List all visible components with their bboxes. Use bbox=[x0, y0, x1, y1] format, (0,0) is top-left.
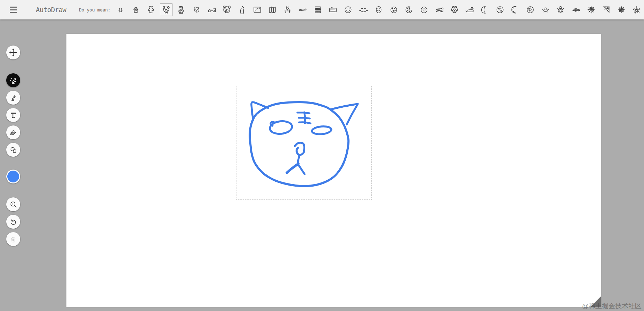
menu-icon[interactable] bbox=[10, 7, 17, 13]
teddy-bear-face-icon bbox=[161, 5, 171, 15]
suggestion-ghost[interactable] bbox=[114, 3, 127, 16]
suggestion-cell bbox=[189, 3, 204, 16]
suggestion-cell bbox=[234, 3, 250, 16]
suggestion-teddy-bear-face-selected[interactable] bbox=[160, 3, 172, 16]
delete-button[interactable] bbox=[6, 232, 20, 246]
suggestion-cell bbox=[629, 3, 644, 16]
suggestion-polar-bear[interactable] bbox=[206, 3, 218, 16]
spiderweb-icon bbox=[586, 5, 596, 15]
shape-tool[interactable] bbox=[6, 143, 20, 157]
suggestion-cell bbox=[371, 3, 386, 16]
suggestion-ruler[interactable] bbox=[297, 3, 309, 16]
suggestion-abacus[interactable] bbox=[312, 3, 324, 16]
folded-map-icon bbox=[268, 5, 277, 15]
full-moon-icon bbox=[525, 5, 535, 15]
suggestion-cookie-bitten[interactable] bbox=[403, 3, 415, 16]
undo-icon bbox=[9, 218, 18, 226]
cookie-bitten-icon bbox=[404, 5, 414, 15]
tiger-icon bbox=[434, 5, 444, 15]
suggestion-cell bbox=[523, 3, 538, 16]
suggestion-ghost-open-mouth[interactable] bbox=[129, 3, 142, 16]
top-bar: AutoDraw Do you mean: bbox=[0, 0, 644, 19]
suggestion-tiger[interactable] bbox=[433, 3, 445, 16]
suggestion-cell bbox=[113, 3, 128, 16]
zoom-icon bbox=[9, 200, 18, 209]
menu-bar bbox=[10, 9, 17, 10]
suggestion-cell bbox=[508, 3, 523, 16]
suggestion-cell bbox=[265, 3, 280, 16]
spiderweb-corner-icon bbox=[601, 5, 611, 15]
suggestion-street-map[interactable] bbox=[281, 3, 294, 16]
oval-smiley-icon bbox=[374, 5, 384, 15]
suggestion-oval-smiley[interactable] bbox=[372, 3, 385, 16]
abacus-icon bbox=[313, 5, 323, 15]
crescent-moon-icon bbox=[510, 5, 520, 15]
zoom-tool[interactable] bbox=[6, 197, 20, 211]
cat-lying-icon bbox=[465, 5, 475, 15]
suggestion-turtle-side[interactable] bbox=[570, 3, 582, 16]
suggestion-spiderweb-round[interactable] bbox=[615, 3, 628, 16]
suggestion-smiley-face[interactable] bbox=[342, 3, 354, 16]
suggestion-keyboard[interactable] bbox=[327, 3, 339, 16]
suggestion-folded-map[interactable] bbox=[266, 3, 279, 16]
tiger-face-icon bbox=[449, 5, 460, 15]
draw-tool[interactable] bbox=[6, 91, 20, 105]
selection-box[interactable] bbox=[236, 86, 372, 200]
suggestion-moon-craters[interactable] bbox=[494, 3, 506, 16]
suggestion-bear-standing[interactable] bbox=[236, 3, 248, 16]
suggestion-cell bbox=[583, 3, 599, 16]
color-picker[interactable] bbox=[6, 170, 20, 183]
suggestion-cell bbox=[432, 3, 447, 16]
turtle-icon bbox=[556, 5, 565, 15]
watermark: @稀土掘金技术社区 bbox=[582, 302, 642, 311]
drawing-canvas[interactable] bbox=[66, 34, 601, 307]
suggestion-cell bbox=[250, 3, 265, 16]
suggestion-smile[interactable] bbox=[357, 3, 370, 16]
suggestion-polar-bear-face[interactable] bbox=[190, 3, 203, 16]
suggestion-cell bbox=[492, 3, 508, 16]
suggestion-cell bbox=[128, 3, 144, 16]
smile-icon bbox=[358, 5, 369, 15]
pencil-icon bbox=[9, 93, 18, 102]
turtle-hat-icon bbox=[541, 5, 550, 14]
suggestion-teddy-bear[interactable] bbox=[175, 3, 187, 16]
suggestion-cell bbox=[174, 3, 189, 16]
fill-tool[interactable] bbox=[6, 125, 20, 139]
suggestion-cell bbox=[204, 3, 219, 16]
select-tool[interactable] bbox=[6, 46, 20, 59]
cookie-icon bbox=[389, 5, 399, 15]
suggestion-donut[interactable] bbox=[418, 3, 430, 16]
menu-bar bbox=[10, 7, 17, 8]
suggestion-turtle-hat[interactable] bbox=[539, 3, 552, 16]
suggestion-cell bbox=[417, 3, 432, 16]
polar-bear-icon bbox=[207, 5, 217, 15]
suggestion-cell bbox=[462, 3, 477, 16]
suggestion-cell bbox=[386, 3, 402, 16]
donut-icon bbox=[419, 5, 429, 15]
suggestion-turtle[interactable] bbox=[554, 3, 567, 16]
selected-color-swatch bbox=[7, 171, 19, 182]
suggestion-gummy-bear[interactable] bbox=[145, 3, 157, 16]
suggestion-cell bbox=[325, 3, 341, 16]
spider-icon bbox=[632, 5, 642, 15]
suggestion-cell bbox=[356, 3, 371, 16]
autodraw-tool[interactable] bbox=[6, 73, 20, 87]
suggestion-tiger-face[interactable] bbox=[448, 3, 461, 16]
suggestion-treasure-map[interactable] bbox=[251, 3, 264, 16]
suggestion-spider[interactable] bbox=[630, 3, 643, 16]
ghost-icon bbox=[117, 6, 124, 14]
suggestion-cat-lying[interactable] bbox=[464, 3, 476, 16]
ruler-icon bbox=[298, 5, 308, 15]
suggestion-cookie[interactable] bbox=[387, 3, 400, 16]
suggestion-spiderweb[interactable] bbox=[585, 3, 597, 16]
suggestion-bear-face[interactable] bbox=[220, 3, 233, 16]
undo-button[interactable] bbox=[6, 215, 20, 229]
suggestion-cell bbox=[477, 3, 492, 16]
suggestion-cell bbox=[310, 3, 325, 16]
suggestion-crescent-thin[interactable] bbox=[478, 3, 491, 16]
type-tool[interactable] bbox=[6, 108, 20, 122]
suggestion-spiderweb-corner[interactable] bbox=[600, 3, 612, 16]
street-map-icon bbox=[283, 5, 292, 15]
suggestion-crescent-moon[interactable] bbox=[509, 3, 521, 16]
suggestion-full-moon[interactable] bbox=[524, 3, 537, 16]
